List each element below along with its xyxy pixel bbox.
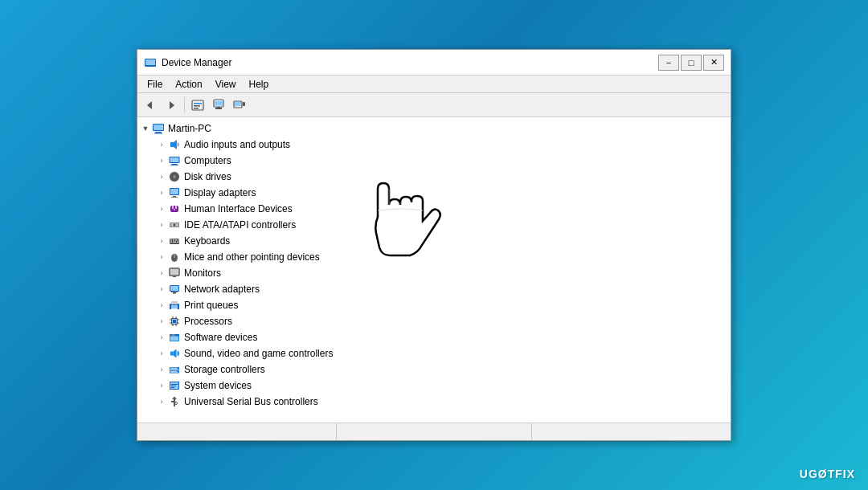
expand-computer: › — [155, 154, 168, 167]
tree-item-storage[interactable]: › Storage controllers — [137, 361, 731, 378]
ide-icon — [168, 218, 181, 231]
svg-rect-26 — [170, 165, 178, 165]
computer-label: Computers — [184, 155, 231, 166]
expand-hid: › — [155, 202, 168, 215]
svg-rect-35 — [172, 206, 174, 209]
status-section-2 — [337, 423, 533, 440]
expand-system: › — [155, 379, 168, 392]
watermark-text: UGØTFIX — [800, 468, 855, 480]
keyboard-label: Keyboards — [184, 235, 230, 247]
toolbar — [137, 93, 731, 117]
tree-item-network[interactable]: › Network adapters — [137, 281, 731, 297]
svg-point-80 — [174, 335, 174, 336]
hid-icon — [168, 202, 181, 215]
menu-action[interactable]: Action — [169, 77, 208, 92]
svg-rect-57 — [173, 292, 176, 294]
tree-item-print[interactable]: › Print queues — [137, 297, 731, 313]
menu-view[interactable]: View — [209, 77, 243, 92]
expand-disk: › — [155, 170, 168, 183]
mice-icon — [168, 251, 181, 263]
content-area: ▼ Martin-PC › — [137, 117, 731, 423]
svg-rect-54 — [173, 276, 176, 277]
device-manager-window: Device Manager − □ ✕ File Action View He… — [137, 49, 731, 441]
status-section-1 — [141, 423, 337, 440]
toolbar-scan[interactable] — [230, 96, 249, 115]
tree-item-ide[interactable]: › IDE ATA/ATAPI controllers — [137, 217, 731, 233]
svg-rect-58 — [171, 292, 178, 292]
svg-rect-1 — [145, 59, 155, 65]
title-bar-controls: − □ ✕ — [658, 55, 724, 71]
keyboard-icon — [168, 235, 181, 247]
svg-rect-93 — [171, 387, 174, 388]
tree-item-hid[interactable]: › Human Interface Devices — [137, 201, 731, 217]
toolbar-properties[interactable] — [188, 96, 207, 115]
svg-rect-42 — [170, 239, 172, 241]
svg-marker-3 — [147, 101, 152, 109]
network-icon — [168, 283, 181, 296]
svg-rect-12 — [215, 108, 222, 109]
svg-rect-61 — [171, 301, 178, 304]
expand-ide: › — [155, 218, 168, 231]
svg-rect-66 — [173, 320, 176, 323]
maximize-button[interactable]: □ — [681, 55, 702, 71]
expand-monitors: › — [155, 267, 168, 280]
tree-item-processors[interactable]: › Process — [137, 313, 731, 329]
tree-item-system[interactable]: › System devices — [137, 378, 731, 394]
toolbar-update[interactable] — [209, 96, 228, 115]
close-button[interactable]: ✕ — [703, 55, 724, 71]
tree-item-keyboard[interactable]: › Keyboards — [137, 233, 731, 249]
computer-icon — [168, 154, 181, 167]
svg-rect-16 — [243, 102, 245, 106]
menu-help[interactable]: Help — [243, 77, 276, 92]
status-section-3 — [532, 423, 727, 440]
tree-item-sound[interactable]: › Sound, video and game controllers — [137, 345, 731, 361]
svg-rect-31 — [170, 189, 178, 194]
network-label: Network adapters — [184, 284, 260, 295]
menu-file[interactable]: File — [141, 77, 169, 92]
svg-rect-11 — [215, 101, 223, 105]
menu-bar: File Action View Help — [137, 76, 731, 93]
svg-rect-8 — [194, 108, 199, 109]
svg-point-88 — [177, 371, 178, 373]
tree-item-mice[interactable]: › Mice and other pointing devices — [137, 249, 731, 265]
audio-label: Audio inputs and outputs — [184, 139, 290, 150]
svg-rect-25 — [172, 164, 178, 165]
title-bar: Device Manager − □ ✕ — [137, 50, 731, 76]
watermark: UGØTFIX — [800, 468, 855, 480]
tree-item-computer[interactable]: › Computers — [137, 153, 731, 169]
window-title: Device Manager — [162, 57, 658, 68]
svg-point-87 — [177, 368, 178, 370]
toolbar-back[interactable] — [141, 96, 160, 115]
tree-item-disk[interactable]: › Disk drives — [137, 169, 731, 185]
svg-rect-2 — [148, 66, 153, 67]
expand-display: › — [155, 186, 168, 199]
minimize-button[interactable]: − — [658, 55, 679, 71]
tree-root[interactable]: ▼ Martin-PC — [137, 120, 731, 137]
device-tree[interactable]: ▼ Martin-PC › — [137, 117, 731, 423]
tree-item-display[interactable]: › Display adapters — [137, 185, 731, 201]
tree-item-software[interactable]: › Software devices — [137, 329, 731, 345]
software-icon — [168, 331, 181, 344]
svg-rect-48 — [177, 242, 179, 243]
expand-storage: › — [155, 363, 168, 376]
expand-sound: › — [155, 347, 168, 360]
expand-network: › — [155, 283, 168, 296]
tree-item-audio[interactable]: › Audio inputs and outputs — [137, 137, 731, 153]
svg-point-79 — [172, 335, 173, 336]
software-label: Software devices — [184, 332, 257, 343]
svg-marker-82 — [174, 349, 177, 358]
disk-label: Disk drives — [184, 171, 231, 182]
svg-point-37 — [174, 209, 175, 210]
svg-rect-47 — [173, 242, 176, 243]
storage-icon — [168, 363, 181, 376]
expand-print: › — [155, 299, 168, 312]
monitors-icon — [168, 267, 181, 280]
svg-rect-18 — [154, 125, 163, 130]
tree-item-monitors[interactable]: › Monitors — [137, 265, 731, 281]
processors-icon — [168, 315, 181, 328]
tree-item-usb[interactable]: › Universal Serial Bus controllers — [137, 394, 731, 410]
svg-rect-15 — [235, 102, 241, 106]
toolbar-forward[interactable] — [162, 96, 181, 115]
svg-rect-6 — [194, 103, 202, 104]
expand-root: ▼ — [139, 122, 152, 135]
